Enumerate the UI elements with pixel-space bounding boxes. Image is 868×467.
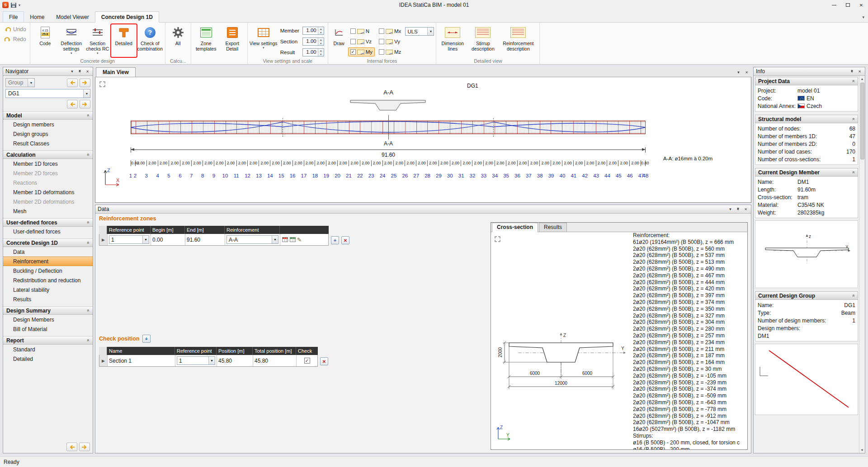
copy-zone-icon[interactable] [290,237,296,242]
nav-section-calculation[interactable]: Calculation» [3,150,93,159]
undo-button[interactable]: Undo [5,26,26,33]
ribbon-collapse-icon[interactable]: ▾ [862,15,864,19]
section-checks-button[interactable]: Section checks RC ▾ [85,24,111,57]
navigate-back-button[interactable] [66,443,77,451]
add-zone-button[interactable]: + [331,236,339,244]
nav-item-design-members[interactable]: Design members [3,120,93,129]
collapse-icon[interactable]: » [86,339,91,342]
collapse-icon[interactable]: » [86,309,91,312]
pin-icon[interactable] [77,69,83,75]
force-toggle-mx[interactable]: Mx [377,27,403,36]
close-icon[interactable]: ✕ [744,70,750,75]
scrollbar[interactable]: ▲ ▼ [859,76,865,453]
row-selector[interactable]: ▶ [99,355,108,366]
minimize-button[interactable] [827,0,841,10]
checkbox-mx[interactable] [379,28,384,34]
delete-zone-icon[interactable] [282,237,288,242]
main-view-canvas[interactable]: DG1 A-A A-A 91.60 0.802.002.002.002.002.… [95,77,751,203]
nav-item-report-detailed[interactable]: Detailed [3,354,93,364]
tab-file[interactable]: File [3,11,24,22]
navigate-forward-button[interactable] [79,443,90,451]
edit-icon[interactable]: ✎ [297,237,302,243]
add-check-position-button[interactable]: + [142,335,151,343]
reference-point-dropdown[interactable]: 1▼ [109,235,149,244]
collapse-icon[interactable]: » [86,154,91,156]
nav-item-member-1d-forces[interactable]: Member 1D forces [3,159,93,168]
project-data-header[interactable]: Project Data» [755,77,858,85]
nav-section-user-forces[interactable]: User-defined forces» [3,218,93,227]
nav-item-result-classes[interactable]: Result Classes [3,139,93,148]
delete-check-position-button[interactable]: ✕ [320,357,328,365]
close-icon[interactable]: ✕ [857,69,863,75]
reinforcement-dropdown[interactable]: A-A▼ [226,235,278,244]
deflection-settings-button[interactable]: Deflection settings ▾ [58,24,85,57]
nav-section-design-summary[interactable]: Design Summary» [3,306,93,315]
position-cell[interactable]: 45.80 [217,355,253,366]
maximize-button[interactable] [841,0,854,10]
nav-section-report[interactable]: Report» [3,336,93,345]
row-selector[interactable]: ▶ [99,234,108,245]
current-section-line[interactable] [388,115,389,140]
current-design-member-header[interactable]: Current Design Member» [755,168,858,177]
reference-point-dropdown[interactable]: 1▼ [177,356,215,365]
nav-item-lateral-stability[interactable]: Lateral stability [3,285,93,294]
chevron-down-icon[interactable]: ▼ [69,69,75,75]
tab-model-viewer[interactable]: Model Viewer [50,12,94,22]
collapse-icon[interactable]: » [86,114,91,117]
zone-templates-button[interactable]: Zone templates [193,24,219,57]
chevron-down-icon[interactable]: ▼ [427,28,434,35]
nav-section-concrete-design[interactable]: Concrete Design 1D» [3,238,93,247]
cross-section-body[interactable]: Z Y 2000 [491,232,747,449]
draw-button[interactable]: Draw [330,24,348,57]
close-icon[interactable]: ✕ [743,206,749,212]
design-group-dropdown[interactable]: DG1 ▼ [5,89,90,98]
scroll-up-icon[interactable]: ▲ [859,76,865,82]
name-cell[interactable]: Section 1 [108,355,175,366]
section-scale-stepper[interactable]: 1.00▲▼ [302,37,324,46]
scrollbar-thumb[interactable] [860,83,864,159]
chevron-down-icon[interactable]: ▼ [727,206,733,212]
zoom-fit-icon[interactable] [99,81,106,89]
checkbox-mz[interactable] [379,49,384,55]
nav-item-mesh[interactable]: Mesh [3,206,93,216]
pin-icon[interactable] [849,69,855,75]
nav-item-redistribution[interactable]: Redistribution and reduction [3,276,93,285]
spin-down-icon[interactable]: ▼ [318,42,324,45]
nav-item-design-members-summary[interactable]: Design Members [3,315,93,324]
chevron-down-icon[interactable]: ▼ [736,70,741,75]
detailed-button[interactable]: Detailed [111,24,137,57]
tab-concrete-design-1d[interactable]: Concrete Design 1D [95,11,159,23]
force-toggle-my[interactable]: ✓My [348,47,375,56]
dimension-lines-button[interactable]: Dimension lines [438,24,467,57]
end-cell[interactable]: 91.60 [185,234,225,245]
nav-item-data[interactable]: Data [3,247,93,257]
export-detail-button[interactable]: Export Detail [219,24,245,57]
next-group-button[interactable] [80,79,90,87]
check-checkbox[interactable]: ✓ [304,358,310,364]
group-dropdown[interactable]: Group ▼ [5,78,35,87]
reinforcement-description-button[interactable]: Reinforcement description [499,24,538,57]
result-scale-stepper[interactable]: 1.00▲▼ [302,48,324,56]
calculate-all-button[interactable]: All [167,24,189,57]
collapse-icon[interactable]: » [851,171,856,174]
member-scale-stepper[interactable]: 1.00▲▼ [302,27,324,35]
chevron-down-icon[interactable]: ▼ [142,236,149,243]
previous-member-button[interactable] [67,100,78,108]
spin-up-icon[interactable]: ▲ [318,38,324,42]
view-settings-button[interactable]: View settings ▾ [250,24,278,57]
chevron-down-icon[interactable]: ▼ [83,89,90,98]
close-button[interactable]: ✕ [854,0,868,10]
current-design-group-header[interactable]: Current Design Group» [755,291,858,300]
pin-icon[interactable] [735,206,741,212]
begin-cell[interactable]: 0.00 [151,234,185,245]
nav-item-buckling-deflection[interactable]: Buckling / Deflection [3,266,93,276]
collapse-icon[interactable]: » [851,294,856,297]
close-icon[interactable]: ✕ [85,69,90,75]
structural-model-header[interactable]: Structural model» [755,115,858,123]
checkbox-n[interactable] [350,28,356,34]
chevron-down-icon[interactable]: ▼ [208,357,215,364]
chevron-down-icon[interactable]: ▼ [272,236,278,243]
nav-item-reinforcement[interactable]: Reinforcement [3,257,93,266]
tab-cross-section[interactable]: Cross-section [492,223,538,232]
tab-main-view[interactable]: Main View [96,67,136,77]
